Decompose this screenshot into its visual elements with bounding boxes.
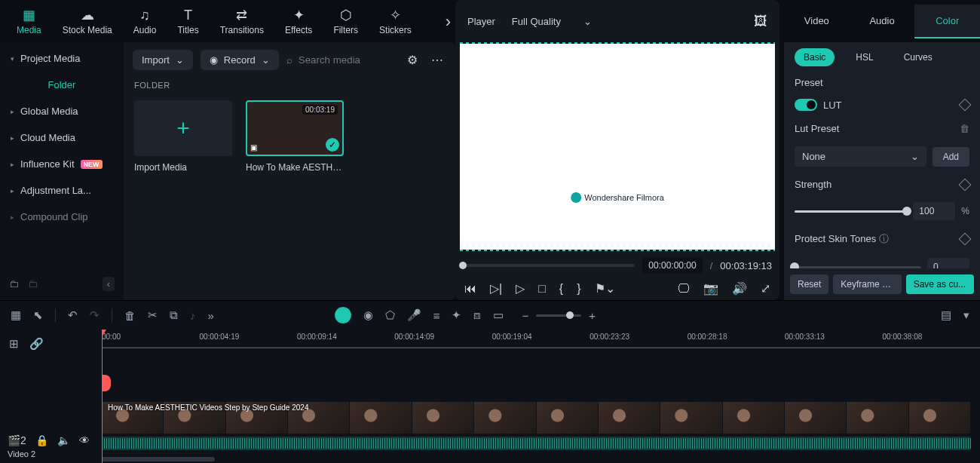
snap-icon[interactable]: ⧈ <box>473 308 481 322</box>
sidebar-folder[interactable]: Folder <box>5 72 119 98</box>
nav-media[interactable]: ▦Media <box>6 4 52 38</box>
subtab-curves[interactable]: Curves <box>895 48 942 66</box>
nav-titles[interactable]: TTitles <box>167 4 209 38</box>
delete-icon[interactable]: 🗑 <box>960 123 969 134</box>
sidebar-global-media[interactable]: ▸Global Media <box>5 98 119 124</box>
filter-icon[interactable]: ⚙ <box>404 53 421 67</box>
skin-slider[interactable] <box>795 266 921 268</box>
lock-icon[interactable]: 🔒 <box>35 434 48 446</box>
keyframe-diamond-icon[interactable] <box>959 178 972 191</box>
quality-select[interactable]: Full Quality ⌄ <box>506 13 598 30</box>
keyframe-diamond-icon[interactable] <box>959 233 972 246</box>
add-lut-button[interactable]: Add <box>933 147 969 167</box>
add-track-icon[interactable]: ⊞ <box>9 337 19 351</box>
keyframe-diamond-icon[interactable] <box>959 99 972 112</box>
nav-audio[interactable]: ♫Audio <box>123 4 167 38</box>
info-icon[interactable]: ⓘ <box>879 233 889 244</box>
display-icon[interactable]: 🖵 <box>678 282 690 296</box>
lut-toggle[interactable] <box>795 99 817 111</box>
import-button[interactable]: Import⌄ <box>133 50 193 70</box>
keyframe-panel-button[interactable]: Keyframe P... <box>833 274 901 294</box>
sidebar-project-media[interactable]: ▾Project Media <box>5 45 119 72</box>
timeline-ruler[interactable]: 00:00 00:00:04:19 00:00:09:14 00:00:14:0… <box>102 330 980 348</box>
seek-bar[interactable] <box>463 264 635 267</box>
nav-more-icon[interactable]: › <box>446 12 451 32</box>
record-button[interactable]: ◉Record⌄ <box>201 50 279 70</box>
subtab-basic[interactable]: Basic <box>795 48 835 66</box>
undo-icon[interactable]: ↶ <box>68 308 78 322</box>
player-viewport[interactable]: Wondershare Filmora <box>460 44 775 250</box>
subtab-hsl[interactable]: HSL <box>847 48 882 66</box>
nav-effects[interactable]: ✦Effects <box>274 4 323 38</box>
delete-icon[interactable]: 🗑 <box>124 309 136 322</box>
zoom-slider[interactable] <box>536 314 581 317</box>
folder-icon[interactable]: 🗀 <box>28 278 38 290</box>
play-next-icon[interactable]: ▷| <box>490 281 502 296</box>
prev-frame-icon[interactable]: ⏮ <box>464 282 476 296</box>
search-input[interactable] <box>299 54 389 66</box>
nav-transitions[interactable]: ⇄Transitions <box>210 4 274 38</box>
layout-icon[interactable]: ▦ <box>11 308 21 322</box>
track-view-icon[interactable]: ▤ <box>941 308 951 322</box>
play-icon[interactable]: ▷ <box>516 281 525 296</box>
playhead[interactable] <box>102 330 103 463</box>
crop-icon[interactable]: ⧉ <box>170 308 178 322</box>
timeline-tracks[interactable]: 00:00 00:00:04:19 00:00:09:14 00:00:14:0… <box>102 330 980 463</box>
mark-in-icon[interactable]: { <box>559 282 563 296</box>
search-media[interactable]: ⌕ <box>286 54 397 66</box>
tab-color[interactable]: Color <box>914 5 980 38</box>
new-folder-icon[interactable]: 🗀 <box>9 278 19 290</box>
current-timecode[interactable]: 00:00:00:00 <box>642 257 702 274</box>
timeline-hscroll[interactable] <box>102 457 215 461</box>
voice-icon[interactable]: 🎤 <box>407 308 421 322</box>
volume-icon[interactable]: 🔊 <box>732 281 747 296</box>
mute-icon[interactable]: 🔈 <box>57 434 70 446</box>
redo-icon[interactable]: ↷ <box>90 308 100 322</box>
more-tools-icon[interactable]: » <box>208 309 214 322</box>
caption-icon[interactable]: ≡ <box>433 309 440 322</box>
lut-preset-select[interactable]: None⌄ <box>795 146 926 167</box>
nav-filters[interactable]: ⬡Filters <box>323 4 369 38</box>
speed-icon[interactable]: ♪ <box>190 309 196 322</box>
color-wheel-icon[interactable]: ◉ <box>363 308 373 322</box>
tab-audio[interactable]: Audio <box>850 5 915 38</box>
fullscreen-icon[interactable]: ⤢ <box>761 281 770 296</box>
track-options-icon[interactable]: ▾ <box>963 308 969 322</box>
zoom-in-icon[interactable]: + <box>589 309 596 322</box>
strength-value[interactable]: 100 <box>913 202 955 220</box>
video-track-clip[interactable]: How To Make AESTHETIC Videos Step by Ste… <box>102 402 971 434</box>
nav-stickers[interactable]: ✧Stickers <box>369 4 422 38</box>
save-custom-button[interactable]: Save as cu... <box>906 274 974 294</box>
sidebar-compound-clip[interactable]: ▸Compound Clip <box>5 204 119 230</box>
tab-video[interactable]: Video <box>784 5 850 38</box>
sidebar-influence-kit[interactable]: ▸Influence KitNEW <box>5 151 119 177</box>
select-tool-icon[interactable]: ⬉ <box>33 308 43 322</box>
camera-icon[interactable]: 📷 <box>703 281 718 296</box>
snapshot-icon[interactable]: 🖼 <box>754 14 767 29</box>
sidebar-adjustment-layer[interactable]: ▸Adjustment La... <box>5 177 119 204</box>
strength-slider[interactable] <box>795 210 907 213</box>
marker[interactable] <box>102 375 111 391</box>
audio-track-clip[interactable] <box>102 437 971 450</box>
collapse-sidebar-icon[interactable]: ‹ <box>103 277 115 291</box>
more-icon[interactable]: ⋯ <box>428 53 446 67</box>
cut-icon[interactable]: ✂ <box>148 308 158 322</box>
stop-icon[interactable]: □ <box>538 282 546 296</box>
mark-out-icon[interactable]: } <box>577 282 580 296</box>
ai-tools-icon[interactable] <box>335 307 351 323</box>
import-media-tile[interactable]: + Import Media <box>134 100 232 173</box>
marker-dropdown-icon[interactable]: ⚑⌄ <box>595 281 615 296</box>
link-icon[interactable]: 🔗 <box>29 337 44 351</box>
aspect-icon[interactable]: ▭ <box>493 308 504 322</box>
mask-icon[interactable]: ⬠ <box>385 308 395 322</box>
media-clip-tile[interactable]: 00:03:19 ▣ ✓ How To Make AESTHE... <box>246 100 344 173</box>
skin-value[interactable]: 0 <box>927 258 969 268</box>
video-track-icon[interactable]: 🎬2 <box>8 434 26 446</box>
reset-button[interactable]: Reset <box>790 274 828 294</box>
sticker-icon: ✧ <box>390 7 401 23</box>
nav-stock-media[interactable]: ☁Stock Media <box>52 4 123 38</box>
visibility-icon[interactable]: 👁 <box>79 434 90 446</box>
sidebar-cloud-media[interactable]: ▸Cloud Media <box>5 124 119 151</box>
zoom-out-icon[interactable]: − <box>522 309 528 322</box>
marker-icon[interactable]: ✦ <box>452 308 461 322</box>
